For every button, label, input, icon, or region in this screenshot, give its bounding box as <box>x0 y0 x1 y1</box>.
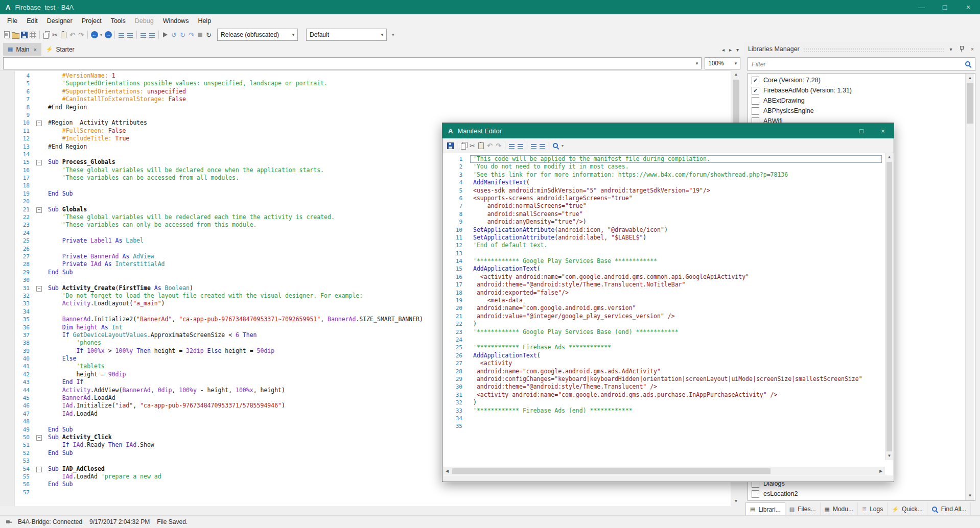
navigate-back-icon[interactable] <box>90 30 99 40</box>
maximize-button[interactable]: □ <box>933 0 956 14</box>
restart-icon[interactable]: ↻ <box>204 30 213 40</box>
library-item[interactable]: esLocation2 <box>750 489 965 499</box>
save-icon[interactable] <box>446 140 455 151</box>
undo-icon[interactable]: ↶ <box>68 30 77 40</box>
build-mode-select[interactable]: Default ▾ <box>306 29 387 41</box>
indent-icon[interactable] <box>538 140 547 151</box>
bottom-tab-quick[interactable]: ⚡Quick... <box>888 502 927 516</box>
step-into-icon[interactable]: ↻ <box>178 30 187 40</box>
bottom-tab-librari[interactable]: ▤Librari... <box>745 502 785 516</box>
editor-zoom-select[interactable]: 100% ▾ <box>705 57 740 69</box>
comment-icon[interactable] <box>507 140 516 151</box>
library-checkbox[interactable] <box>752 490 759 498</box>
library-item[interactable]: ABExtDrawing <box>750 95 965 106</box>
maximize-button[interactable]: □ <box>851 123 872 138</box>
tab-scroll-right-icon[interactable]: ▸ <box>729 47 732 53</box>
paste-icon[interactable] <box>59 30 68 40</box>
panel-close-icon[interactable]: × <box>969 46 976 52</box>
comment-icon[interactable] <box>117 30 126 40</box>
tab-main[interactable]: ▦Main× <box>3 43 41 56</box>
scrollbar-thumb[interactable] <box>886 162 892 451</box>
minimize-button[interactable]: — <box>909 0 933 14</box>
search-icon[interactable] <box>551 140 560 151</box>
redo-icon[interactable]: ↷ <box>77 30 85 40</box>
menu-item-windows[interactable]: Windows <box>158 15 194 27</box>
resume-icon[interactable]: ↺ <box>170 30 178 40</box>
tab-list-menu-icon[interactable]: ▾ <box>736 47 739 53</box>
copy-icon[interactable] <box>42 30 51 40</box>
tab-starter[interactable]: ⚡Starter <box>41 43 79 56</box>
close-button[interactable]: × <box>956 0 980 14</box>
build-configuration-select[interactable]: Release (obfuscated) ▾ <box>217 29 298 41</box>
new-file-icon[interactable] <box>3 30 11 40</box>
fold-collapse-icon[interactable]: − <box>36 207 42 213</box>
library-item[interactable]: ABPhysicsEngine <box>750 106 965 116</box>
library-item[interactable]: ✓Core (Version: 7.28) <box>750 75 965 85</box>
filter-input[interactable] <box>748 61 965 68</box>
fold-collapse-icon[interactable]: − <box>36 467 42 472</box>
menu-item-help[interactable]: Help <box>193 15 216 27</box>
menu-item-designer[interactable]: Designer <box>42 15 77 27</box>
cut-icon[interactable]: ✂ <box>51 30 59 40</box>
step-over-icon[interactable]: ↷ <box>187 30 196 40</box>
menu-item-debug[interactable]: Debug <box>130 15 158 27</box>
copy-icon[interactable] <box>459 140 468 151</box>
scroll-down-icon[interactable]: ▼ <box>966 492 974 500</box>
toolbar-overflow-icon[interactable]: ▾ <box>392 32 394 37</box>
scroll-right-icon[interactable]: ▶ <box>877 467 885 475</box>
open-project-icon[interactable] <box>11 30 20 40</box>
run-icon[interactable] <box>161 30 170 40</box>
uncomment-icon[interactable] <box>516 140 525 151</box>
tab-scroll-left-icon[interactable]: ◂ <box>722 47 725 53</box>
dialog-horizontal-scrollbar[interactable]: ◀ ▶ <box>443 467 885 475</box>
save-icon[interactable] <box>20 30 29 40</box>
fold-collapse-icon[interactable]: − <box>36 286 42 292</box>
library-checkbox[interactable] <box>752 107 759 115</box>
module-member-navigator-select[interactable]: ▾ <box>3 57 702 69</box>
pin-icon[interactable] <box>958 45 965 53</box>
bottom-tab-files[interactable]: ▥Files... <box>785 502 821 516</box>
close-button[interactable]: × <box>872 123 894 138</box>
outdent-icon[interactable] <box>139 30 148 40</box>
dialog-title-bar[interactable]: A Manifest Editor □ × <box>442 123 894 138</box>
bottom-tab-logs[interactable]: ≣Logs <box>858 502 888 516</box>
bottom-tab-findall[interactable]: Find All... <box>927 502 971 516</box>
undo-icon[interactable]: ↶ <box>485 140 494 151</box>
scroll-down-icon[interactable]: ▼ <box>731 497 741 506</box>
save-all-icon[interactable] <box>29 30 37 40</box>
library-checkbox[interactable]: ✓ <box>752 77 759 84</box>
fold-collapse-icon[interactable]: − <box>36 121 42 126</box>
toolbar-overflow-icon[interactable]: ▾ <box>560 140 565 151</box>
paste-icon[interactable] <box>477 140 485 151</box>
scroll-up-icon[interactable]: ▲ <box>966 74 974 82</box>
bottom-tab-modu[interactable]: ▦Modu... <box>821 502 858 516</box>
stop-icon[interactable] <box>196 30 204 40</box>
dialog-vertical-scrollbar[interactable]: ▲ ▼ <box>885 153 893 460</box>
menu-item-tools[interactable]: Tools <box>106 15 130 27</box>
scroll-down-icon[interactable]: ▼ <box>885 452 893 460</box>
manifest-code-editor[interactable]: 1'This code will be applied to the manif… <box>443 153 885 460</box>
outdent-icon[interactable] <box>529 140 538 151</box>
tab-close-icon[interactable]: × <box>33 46 36 53</box>
library-checkbox[interactable]: ✓ <box>752 87 759 94</box>
cut-icon[interactable]: ✂ <box>468 140 477 151</box>
scroll-up-icon[interactable]: ▲ <box>731 70 741 79</box>
fold-collapse-icon[interactable]: − <box>36 160 42 165</box>
search-icon[interactable] <box>965 61 971 67</box>
menu-item-project[interactable]: Project <box>77 15 106 27</box>
navigate-back-menu-icon[interactable]: ▾ <box>99 30 104 40</box>
library-checkbox[interactable] <box>752 97 759 105</box>
uncomment-icon[interactable] <box>126 30 134 40</box>
menu-item-edit[interactable]: Edit <box>22 15 42 27</box>
scrollbar-thumb[interactable] <box>452 468 771 474</box>
scroll-up-icon[interactable]: ▲ <box>885 153 893 161</box>
library-item[interactable]: ✓FirebaseAdMob (Version: 1.31) <box>750 85 965 95</box>
navigate-forward-icon[interactable] <box>104 30 112 40</box>
panel-menu-icon[interactable]: ▾ <box>947 46 954 52</box>
scrollbar-thumb[interactable] <box>967 83 973 124</box>
libraries-scrollbar[interactable]: ▲ ▼ <box>965 74 974 500</box>
menu-item-file[interactable]: File <box>3 15 22 27</box>
indent-icon[interactable] <box>148 30 156 40</box>
fold-collapse-icon[interactable]: − <box>36 435 42 441</box>
redo-icon[interactable]: ↷ <box>494 140 503 151</box>
